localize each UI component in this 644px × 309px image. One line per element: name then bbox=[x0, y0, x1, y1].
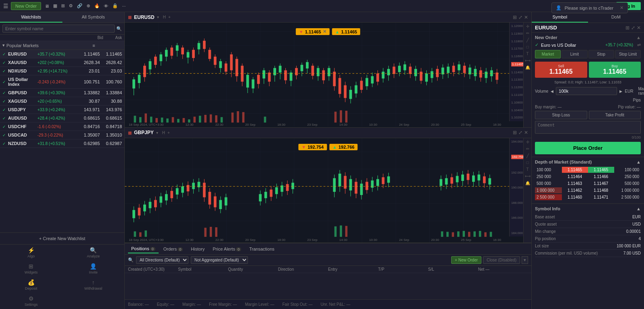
dom-ask-vol[interactable]: 500 000 bbox=[614, 180, 641, 187]
rect2-icon[interactable]: □ bbox=[526, 160, 528, 165]
symbol-row[interactable]: ✓ XAGUSD +20 (+0.65%) 30.87 30.88 bbox=[0, 97, 124, 106]
volume-inc-button[interactable]: ▸ bbox=[619, 88, 622, 94]
pencil2-icon[interactable]: ✏ bbox=[526, 147, 529, 151]
line2-icon[interactable]: ╱ bbox=[526, 153, 529, 158]
chart-copy-icon[interactable]: ⊞ bbox=[513, 15, 517, 20]
close-disabled-button[interactable]: Close (Disabled) bbox=[483, 256, 520, 264]
gbpjpy-expand-icon[interactable]: ⤢ bbox=[518, 130, 522, 135]
dom-ask-price[interactable]: 1.11466 bbox=[588, 174, 614, 180]
aggregation-filter[interactable]: Not Aggregated (Default) bbox=[191, 256, 248, 264]
tab-dom[interactable]: DoM bbox=[588, 12, 644, 23]
tab-stop[interactable]: Stop bbox=[588, 50, 614, 58]
take-profit-button[interactable]: Take Profit bbox=[589, 111, 641, 119]
new-order-button[interactable]: New Order bbox=[11, 2, 41, 10]
symbol-row[interactable]: ✓ US Dollar Index -0.243 (-0.24%) 100.75… bbox=[0, 75, 124, 89]
dom-ask-vol[interactable]: 1 000 000 bbox=[614, 187, 641, 193]
gbpjpy-tool1[interactable]: H bbox=[162, 131, 165, 135]
direction-filter[interactable]: All Directions (Default) bbox=[136, 256, 188, 264]
dom-bid-price[interactable]: 1.11464 bbox=[562, 174, 588, 180]
chart-tool2[interactable]: + bbox=[168, 15, 171, 19]
dom-ask-vol[interactable]: 250 000 bbox=[614, 174, 641, 180]
dom-collapse-icon[interactable]: ▲ bbox=[636, 160, 641, 164]
dom-ask-vol[interactable]: 2 500 000 bbox=[614, 194, 641, 200]
sym-info-collapse-icon[interactable]: ▲ bbox=[636, 206, 641, 211]
tab-watchlists[interactable]: Watchlists bbox=[0, 12, 62, 23]
symbol-row[interactable]: ✓ NDXUSD +2.95 (+14.71%) 23.01 23.03 bbox=[0, 67, 124, 75]
dom-bid-vol[interactable]: 250 000 bbox=[535, 174, 562, 180]
sidebar-item-settings[interactable]: ⚙ Settings bbox=[0, 293, 62, 309]
dom-ask-price[interactable]: 1.11467 bbox=[588, 180, 614, 187]
chart-expand-icon[interactable]: ⤢ bbox=[518, 15, 522, 20]
symbol-row[interactable]: ✓ USDCHF -1.6 (-0.02%) 0.84716 0.84718 bbox=[0, 122, 124, 131]
tab-market[interactable]: Market bbox=[535, 50, 561, 58]
dom-bid-price[interactable]: 1.11460 bbox=[562, 194, 588, 200]
dom-bid-price[interactable]: 1.11463 bbox=[562, 180, 588, 187]
monitor-icon[interactable]: 🖥 bbox=[43, 3, 50, 9]
dom-ask-price[interactable]: 1.11465 bbox=[588, 167, 614, 173]
close-bid-icon[interactable]: ✕ bbox=[323, 29, 326, 34]
chart-settings-icon[interactable]: ▾ bbox=[157, 15, 159, 19]
dom-bid-price[interactable]: 1.11462 bbox=[562, 187, 588, 193]
bell2-icon[interactable]: 🔔 bbox=[525, 181, 530, 185]
filter-icon[interactable]: ≡ bbox=[93, 43, 95, 48]
search-icon[interactable]: 🔍 bbox=[116, 26, 122, 31]
dom-bid-vol[interactable]: 2 500 000 bbox=[535, 194, 562, 200]
dom-bid-vol[interactable]: 1 000 000 bbox=[535, 187, 562, 193]
symbol-row[interactable]: ✓ AUDUSD +28.4 (+0.42%) 0.68615 0.68615 bbox=[0, 114, 124, 122]
tab-symbol[interactable]: Symbol bbox=[532, 12, 588, 23]
settings-icon[interactable]: ⚙ bbox=[68, 2, 74, 9]
stop-loss-button[interactable]: Stop Loss bbox=[535, 111, 587, 119]
crosshair2-icon[interactable]: ✛ bbox=[526, 140, 529, 144]
symbol-row[interactable]: ✓ XAUUSD +202 (+0.08%) 2628.34 2628.42 bbox=[0, 58, 124, 67]
gbpjpy-settings-icon[interactable]: ▾ bbox=[156, 131, 158, 135]
measure-icon[interactable]: ⟷ bbox=[525, 58, 530, 63]
pencil-icon[interactable]: ✏ bbox=[526, 31, 529, 35]
bottom-tab-history[interactable]: History bbox=[188, 245, 208, 253]
tab-all-symbols[interactable]: All Symbols bbox=[62, 12, 125, 23]
bottom-tab-positions[interactable]: Positions0 bbox=[128, 245, 159, 253]
hamburger-icon[interactable]: ☰ bbox=[3, 3, 8, 9]
flame-icon[interactable]: 🔥 bbox=[93, 2, 101, 9]
more-icon[interactable]: ··· bbox=[121, 3, 127, 9]
chart-close-icon[interactable]: ✕ bbox=[524, 15, 528, 20]
search-positions-icon[interactable]: 🔍 bbox=[128, 257, 134, 263]
place-order-button[interactable]: Place Order bbox=[535, 142, 641, 154]
bottom-tab-transactions[interactable]: Transactions bbox=[246, 245, 278, 253]
gbpjpy-copy-icon[interactable]: ⊞ bbox=[513, 130, 517, 135]
text-icon[interactable]: T bbox=[526, 52, 528, 56]
bottom-tab-price-alerts[interactable]: Price Alerts0 bbox=[210, 245, 245, 253]
symbol-row[interactable]: ✓ USDJPY +33.9 (+0.24%) 143.971 143.976 bbox=[0, 106, 124, 114]
sidebar-item-algo[interactable]: ⚡ Algo bbox=[0, 245, 62, 261]
sidebar-item-widgets[interactable]: ⊞ Widgets bbox=[0, 261, 62, 277]
sidebar-item-withdrawal[interactable]: ↑ Withdrawal bbox=[62, 277, 125, 293]
search-input[interactable] bbox=[2, 25, 115, 33]
bottom-tab-orders[interactable]: Orders0 bbox=[160, 245, 186, 253]
chart-icon[interactable]: ▦ bbox=[52, 2, 58, 9]
volume-input[interactable] bbox=[556, 87, 617, 95]
dom-ask-price[interactable]: 1.11471 bbox=[588, 194, 614, 200]
comment-textarea[interactable] bbox=[535, 121, 641, 134]
link-icon[interactable]: 🔗 bbox=[76, 2, 84, 9]
dom-bid-price[interactable]: 1.11465 bbox=[562, 167, 588, 173]
symbol-copy-icon[interactable]: ⊞ bbox=[625, 25, 630, 31]
dom-bid-vol[interactable]: 500 000 bbox=[535, 180, 562, 187]
positions-new-order-button[interactable]: + New Order bbox=[451, 256, 481, 264]
lock-icon[interactable]: 🔒 bbox=[111, 2, 119, 9]
close-dropdown-icon[interactable]: ▾ bbox=[522, 256, 528, 264]
tab-limit[interactable]: Limit bbox=[561, 50, 587, 58]
dom-ask-vol[interactable]: 100 000 bbox=[614, 167, 641, 173]
bell-icon[interactable]: 🔔 bbox=[525, 65, 530, 70]
order-share-icon[interactable]: ⇌ bbox=[637, 42, 641, 48]
symbol-close-icon[interactable]: ✕ bbox=[637, 25, 641, 31]
gbpjpy-tool2[interactable]: + bbox=[167, 131, 170, 135]
buy-price-box[interactable]: Buy 1.11465 bbox=[589, 62, 641, 78]
symbol-row[interactable]: ✓ NZDUSD +31.8 (+0.51%) 0.62985 0.62987 bbox=[0, 139, 124, 148]
collapse-icon[interactable]: ▲ bbox=[636, 35, 641, 40]
line-icon[interactable]: ╱ bbox=[526, 38, 529, 42]
gbpjpy-close-icon[interactable]: ✕ bbox=[524, 130, 528, 135]
symbol-row[interactable]: ✓ USDCAD -29.3 (-0.22%) 1.35007 1.35010 bbox=[0, 131, 124, 139]
popular-markets-header[interactable]: ▾ Popular Markets ≡ bbox=[0, 41, 124, 50]
sidebar-item-invite[interactable]: 👤 Invite bbox=[62, 261, 125, 277]
dom-bid-vol[interactable]: 100 000 bbox=[535, 167, 562, 173]
volume-dec-button[interactable]: ◂ bbox=[551, 88, 553, 94]
